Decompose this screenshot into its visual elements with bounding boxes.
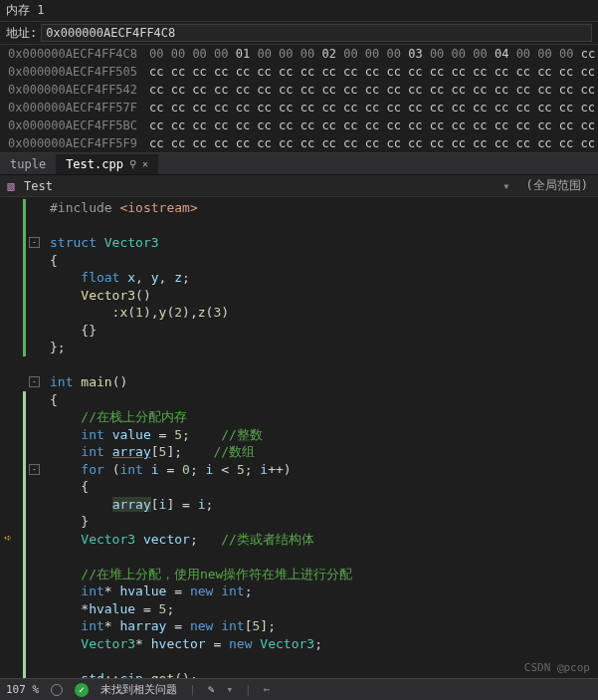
- watermark: CSDN @pcop: [524, 661, 590, 674]
- change-bar-segment: [23, 391, 26, 686]
- status-circle-icon[interactable]: [51, 684, 63, 696]
- memory-bytes: cc cc cc cc cc cc cc cc cc cc cc cc cc c…: [149, 117, 598, 134]
- memory-bytes: cc cc cc cc cc cc cc cc cc cc cc cc cc c…: [149, 81, 598, 99]
- fold-gutter[interactable]: ---: [28, 197, 44, 685]
- zoom-level[interactable]: 107 %: [6, 683, 39, 696]
- memory-address: 0x000000AECF4FF5F9: [0, 134, 149, 152]
- chevron-down-icon[interactable]: ▾: [226, 683, 233, 696]
- memory-address: 0x000000AECF4FF542: [0, 81, 149, 99]
- fold-toggle[interactable]: -: [29, 237, 40, 248]
- exec-arrow-icon: ➪: [4, 531, 11, 545]
- memory-address: 0x000000AECF4FF57F: [0, 99, 149, 117]
- no-issues-label: 未找到相关问题: [100, 682, 177, 697]
- memory-bytes: 00 00 00 00 01 00 00 00 02 00 00 00 03 0…: [149, 45, 598, 63]
- memory-address-row: 地址:: [0, 22, 598, 45]
- tab-test-cpp[interactable]: Test.cpp ⚲ ✕: [56, 154, 158, 174]
- check-icon: ✓: [75, 683, 89, 697]
- nav-scope-global[interactable]: (全局范围): [520, 177, 594, 194]
- breakpoint-gutter[interactable]: ➪: [0, 197, 22, 685]
- status-bar: 107 % ✓ 未找到相关问题 | ✎ ▾ | ←: [0, 678, 598, 700]
- memory-bytes: cc cc cc cc cc cc cc cc cc cc cc cc cc c…: [149, 63, 598, 81]
- fold-toggle[interactable]: -: [29, 376, 40, 387]
- chevron-down-icon[interactable]: ▾: [498, 179, 513, 193]
- nav-scope-current[interactable]: Test: [24, 179, 53, 193]
- memory-bytes: cc cc cc cc cc cc cc cc cc cc cc cc cc c…: [149, 134, 598, 152]
- tab-label: Test.cpp: [66, 157, 123, 171]
- memory-address: 0x000000AECF4FF5BC: [0, 117, 149, 134]
- code-area[interactable]: #include <iostream> struct Vector3{ floa…: [44, 197, 352, 685]
- separator: |: [245, 683, 252, 696]
- change-bar-segment: [23, 199, 26, 356]
- pin-icon[interactable]: ⚲: [129, 158, 136, 169]
- editor-tab-bar: tuple Test.cpp ⚲ ✕: [0, 153, 598, 175]
- memory-dump: 0x000000AECF4FF4C800 00 00 00 01 00 00 0…: [0, 45, 598, 153]
- address-label: 地址:: [6, 25, 37, 42]
- address-input[interactable]: [41, 24, 592, 42]
- fold-toggle[interactable]: -: [29, 464, 40, 475]
- tab-tuple[interactable]: tuple: [0, 154, 56, 174]
- memory-panel-title: 内存 1: [0, 0, 598, 22]
- struct-icon: ▧: [4, 179, 18, 193]
- arrow-left-icon[interactable]: ←: [264, 683, 271, 696]
- code-nav-bar: ▧ Test ▾ (全局范围): [0, 175, 598, 197]
- memory-bytes: cc cc cc cc cc cc cc cc cc cc cc cc cc c…: [149, 99, 598, 117]
- separator: |: [189, 683, 196, 696]
- brush-icon[interactable]: ✎: [208, 683, 215, 696]
- memory-address: 0x000000AECF4FF505: [0, 63, 149, 81]
- memory-address: 0x000000AECF4FF4C8: [0, 45, 149, 63]
- code-editor[interactable]: ➪ --- #include <iostream> struct Vector3…: [0, 197, 598, 685]
- close-icon[interactable]: ✕: [142, 158, 148, 169]
